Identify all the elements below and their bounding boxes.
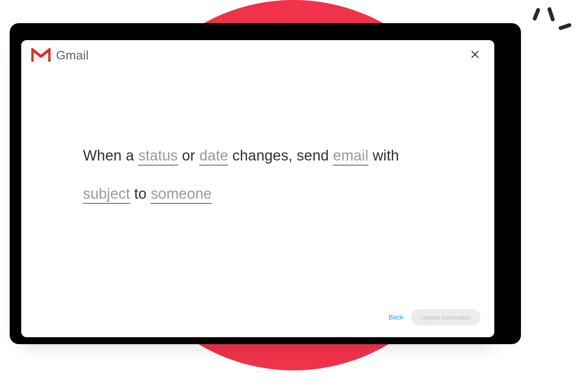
placeholder-someone[interactable]: someone xyxy=(151,186,212,204)
svg-rect-2 xyxy=(31,49,34,62)
svg-rect-3 xyxy=(48,49,51,62)
placeholder-date[interactable]: date xyxy=(199,148,228,166)
gmail-icon xyxy=(31,48,51,63)
automation-sentence: When a status or date changes, send emai… xyxy=(83,137,433,213)
back-button[interactable]: Back xyxy=(389,314,404,321)
modal-header: Gmail xyxy=(21,40,494,70)
placeholder-subject[interactable]: subject xyxy=(83,186,130,204)
update-automation-button[interactable]: Update Automation xyxy=(411,309,480,326)
close-button[interactable] xyxy=(468,48,482,62)
sentence-text: with xyxy=(368,147,399,164)
placeholder-email[interactable]: email xyxy=(333,148,368,166)
app-label: Gmail xyxy=(56,48,89,63)
automation-modal: Gmail When a status or date changes, sen… xyxy=(21,40,494,337)
decorative-sparks xyxy=(532,7,575,49)
sentence-text: to xyxy=(130,186,151,202)
sentence-text: changes, send xyxy=(228,147,333,164)
modal-footer: Back Update Automation xyxy=(389,309,480,326)
close-icon xyxy=(471,51,479,60)
gmail-logo: Gmail xyxy=(31,48,89,63)
placeholder-status[interactable]: status xyxy=(138,148,178,166)
sentence-text: or xyxy=(178,147,200,164)
sentence-text: When a xyxy=(83,147,138,164)
